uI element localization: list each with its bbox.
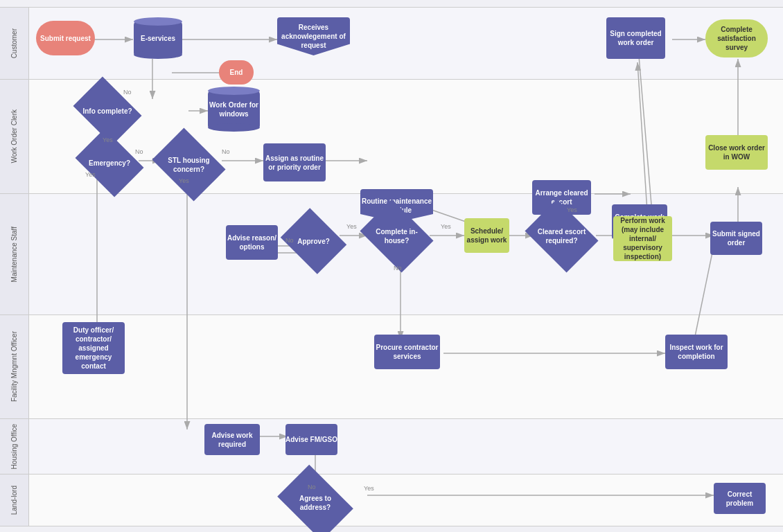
perform-work-node: Perform work (may include internal/ supe… bbox=[613, 216, 672, 261]
diagram-container: Customer Work Order Clerk Maintenance St… bbox=[0, 0, 783, 532]
assign-routine-node: Assign as routine or priority order bbox=[263, 143, 326, 181]
lane-label-facility: Facility Mngmnt Officer bbox=[10, 331, 18, 402]
submit-signed-node: Submit signed order bbox=[710, 222, 762, 255]
advise-fm-node: Advise FM/GSO bbox=[285, 424, 337, 455]
end-node: End bbox=[219, 60, 254, 85]
lane-label-landlord: Land-lord bbox=[10, 486, 18, 515]
inspect-work-node: Inspect work for completion bbox=[665, 335, 728, 369]
advise-reason-node: Advise reason/ options bbox=[226, 225, 278, 260]
e-services-node: E-services bbox=[134, 21, 182, 55]
lane-label-housing: Housing Office bbox=[10, 424, 18, 469]
duty-officer-node: Duty officer/ contractor/ assigned emerg… bbox=[62, 322, 125, 374]
schedule-work-node: Schedule/ assign work bbox=[464, 218, 509, 253]
complete-survey-node: Complete satisfaction survey bbox=[705, 19, 768, 57]
close-work-order-node: Close work order in WOW bbox=[705, 135, 768, 170]
submit-request-node: Submit request bbox=[36, 21, 95, 55]
work-order-windows-node: Work Order for windows bbox=[208, 90, 260, 128]
lane-label-maintenance: Maintenance Staff bbox=[10, 227, 18, 282]
lane-label-clerk: Work Order Clerk bbox=[10, 109, 18, 163]
advise-work-node: Advise work required bbox=[204, 424, 260, 455]
lane-label-customer: Customer bbox=[10, 28, 18, 58]
correct-problem-node: Correct problem bbox=[714, 483, 766, 514]
procure-contractor-node: Procure contractor services bbox=[374, 335, 440, 369]
sign-completed-node: Sign completed work order bbox=[606, 17, 665, 59]
